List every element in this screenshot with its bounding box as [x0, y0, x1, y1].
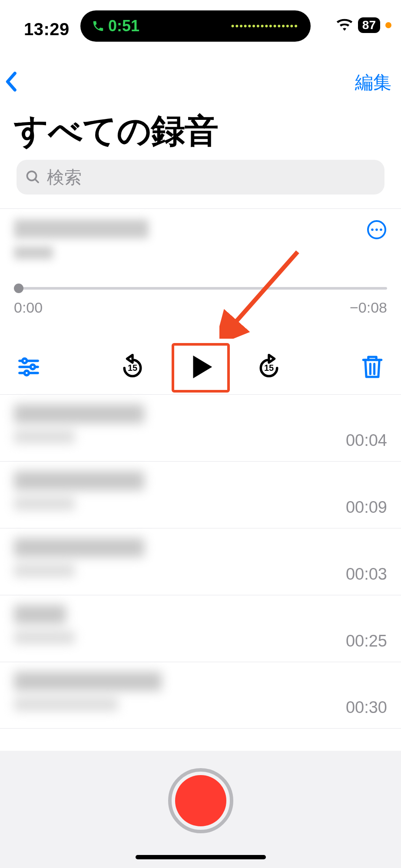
list-item[interactable]: 00:09: [0, 461, 401, 528]
voice-memos-screen: 13:29 0:51 •••••••••••••••• 87 編集 すべての録音: [0, 0, 401, 868]
recording-title-redacted: [14, 219, 149, 238]
mic-in-use-indicator: [385, 22, 391, 28]
audio-waveform-icon: ••••••••••••••••: [231, 20, 298, 32]
trash-icon: [360, 354, 384, 380]
play-button-annotation-highlight: [172, 343, 230, 393]
svg-text:15: 15: [127, 363, 137, 373]
recording-duration: 00:09: [346, 471, 387, 518]
status-right: 87: [336, 17, 391, 33]
wifi-icon: [336, 19, 353, 32]
battery-percent: 87: [362, 18, 376, 32]
edit-button[interactable]: 編集: [355, 70, 391, 95]
battery-indicator: 87: [358, 17, 380, 33]
sliders-icon: [17, 355, 41, 379]
page-title: すべての録音: [14, 109, 218, 154]
play-button[interactable]: [186, 352, 216, 384]
record-button[interactable]: [168, 768, 233, 833]
svg-point-11: [24, 371, 29, 375]
dynamic-island[interactable]: 0:51 ••••••••••••••••: [80, 10, 311, 42]
skip-forward-15-button[interactable]: 15: [256, 354, 282, 382]
recording-title-redacted: [14, 672, 346, 719]
selected-recording-panel: 0:00 −0:08 15 15: [0, 208, 401, 406]
record-bar: [0, 751, 401, 868]
playback-settings-button[interactable]: [17, 355, 41, 381]
recording-duration: 00:04: [346, 404, 387, 452]
recording-duration: 00:30: [346, 672, 387, 719]
skip-back-15-button[interactable]: 15: [119, 354, 146, 382]
search-input[interactable]: [47, 168, 376, 187]
remaining-time: −0:08: [350, 299, 387, 316]
skip-back-icon: 15: [119, 354, 146, 380]
call-duration: 0:51: [108, 17, 139, 35]
status-bar: 13:29 0:51 •••••••••••••••• 87: [0, 0, 401, 43]
recording-duration: 00:03: [346, 538, 387, 585]
svg-point-3: [371, 228, 374, 231]
search-icon: [25, 169, 41, 185]
record-icon: [175, 775, 226, 826]
svg-line-1: [35, 179, 39, 183]
chevron-left-icon: [4, 71, 19, 92]
more-options-button[interactable]: [366, 219, 387, 240]
playback-times: 0:00 −0:08: [14, 299, 387, 316]
phone-icon: [92, 20, 105, 33]
svg-point-10: [30, 365, 35, 369]
active-call-indicator[interactable]: 0:51: [92, 17, 139, 35]
svg-marker-13: [193, 356, 212, 379]
scrubber-thumb[interactable]: [14, 284, 23, 293]
recording-title-area[interactable]: [14, 219, 366, 259]
search-field[interactable]: [17, 160, 384, 195]
list-item[interactable]: 00:25: [0, 595, 401, 662]
playback-scrubber[interactable]: [14, 284, 387, 293]
back-button[interactable]: [4, 71, 19, 94]
svg-text:15: 15: [264, 363, 273, 373]
skip-forward-icon: 15: [256, 354, 282, 380]
list-item[interactable]: 00:03: [0, 528, 401, 595]
recording-title-redacted: [14, 605, 346, 652]
recording-title-redacted: [14, 538, 346, 585]
recording-subtitle-redacted: [14, 246, 53, 259]
ellipsis-circle-icon: [366, 219, 387, 240]
svg-point-4: [375, 228, 378, 231]
home-indicator[interactable]: [136, 855, 266, 859]
svg-point-5: [380, 228, 382, 231]
recording-duration: 00:25: [346, 605, 387, 652]
status-clock: 13:29: [24, 20, 70, 39]
current-time: 0:00: [14, 299, 43, 316]
recordings-list: 00:04 00:09 00:03 00:25 00:30: [0, 394, 401, 729]
recording-title-redacted: [14, 404, 346, 452]
nav-bar: 編集: [0, 65, 401, 100]
play-icon: [186, 352, 216, 382]
list-item[interactable]: 00:30: [0, 662, 401, 729]
list-item[interactable]: 00:04: [0, 394, 401, 461]
recording-title-redacted: [14, 471, 346, 518]
svg-point-9: [23, 359, 27, 363]
delete-button[interactable]: [360, 354, 384, 382]
scrubber-track: [14, 287, 387, 290]
